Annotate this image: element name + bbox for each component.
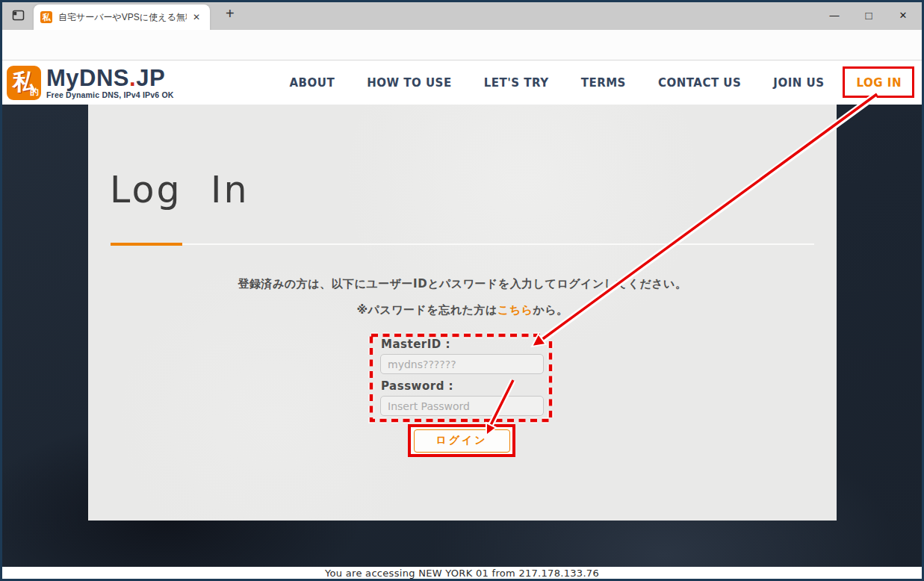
master-id-label: MasterID : [381, 338, 544, 351]
login-panel: Log In 登録済みの方は、以下にユーザーIDとパスワードを入力してログインし… [88, 105, 837, 521]
nav-item-terms[interactable]: TERMS [581, 76, 626, 90]
nav-item-log-in[interactable]: LOG IN [857, 76, 902, 90]
minimize-button[interactable]: — [817, 1, 852, 28]
nav-item-join-us[interactable]: JOIN US [773, 76, 824, 90]
forgot-password-text: ※パスワードを忘れた方はこちらから。 [88, 303, 837, 317]
window-controls: — □ ✕ [817, 1, 920, 28]
login-form: MasterID : Password : [380, 338, 544, 416]
page-title: Log In [110, 169, 249, 211]
title-divider [111, 243, 814, 245]
login-submit-button[interactable]: ログイン [414, 429, 510, 453]
tab-actions-menu-icon[interactable] [10, 7, 26, 23]
site-nav: ABOUT HOW TO USE LET'S TRY TERMS CONTACT… [289, 76, 924, 90]
browser-window: 私 自宅サーバーやVPSに使える無料のダ ✕ + — □ ✕ ← → [0, 0, 924, 581]
logo-tagline: Free Dynamic DNS, IPv4 IPv6 OK [46, 90, 174, 99]
nav-item-lets-try[interactable]: LET'S TRY [484, 76, 549, 90]
new-tab-button[interactable]: + [221, 5, 239, 22]
status-bar: You are accessing NEW YORK 01 from 217.1… [0, 567, 924, 581]
logo-mark-icon: 私 的 [7, 66, 41, 100]
tab-title: 自宅サーバーやVPSに使える無料のダ [58, 11, 187, 24]
annotation-box-submit: ログイン [408, 424, 515, 457]
browser-tab[interactable]: 私 自宅サーバーやVPSに使える無料のダ ✕ [34, 4, 210, 30]
browser-toolbar [0, 30, 924, 60]
tab-bar: 私 自宅サーバーやVPSに使える無料のダ ✕ + — □ ✕ [0, 0, 924, 30]
password-label: Password : [381, 379, 544, 393]
nav-item-about[interactable]: ABOUT [289, 76, 335, 90]
site-logo[interactable]: 私 的 MyDNS.JP Free Dynamic DNS, IPv4 IPv6… [7, 66, 174, 100]
master-id-input[interactable] [380, 354, 544, 374]
nav-item-contact-us[interactable]: CONTACT US [658, 76, 741, 90]
divider-accent [111, 243, 182, 246]
forgot-password-link[interactable]: こちら [497, 303, 533, 317]
nav-item-how-to-use[interactable]: HOW TO USE [367, 76, 452, 90]
maximize-button[interactable]: □ [852, 1, 886, 28]
web-page: 私 的 MyDNS.JP Free Dynamic DNS, IPv4 IPv6… [0, 60, 924, 581]
status-text: You are accessing NEW YORK 01 from 217.1… [325, 568, 599, 579]
tab-close-icon[interactable]: ✕ [190, 10, 203, 24]
logo-text: MyDNS.JP Free Dynamic DNS, IPv4 IPv6 OK [46, 66, 174, 99]
password-input[interactable] [380, 396, 544, 416]
close-button[interactable]: ✕ [886, 1, 920, 28]
site-header: 私 的 MyDNS.JP Free Dynamic DNS, IPv4 IPv6… [0, 60, 924, 105]
intro-text: 登録済みの方は、以下にユーザーIDとパスワードを入力してログインしてください。 [88, 277, 837, 291]
tab-favicon: 私 [40, 11, 52, 23]
